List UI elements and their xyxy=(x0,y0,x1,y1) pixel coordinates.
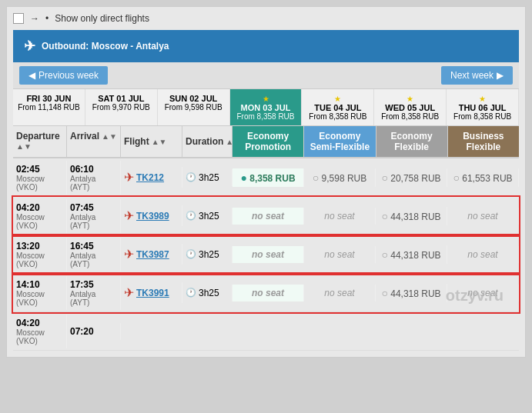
date-day: SAT 01 JUL xyxy=(87,94,156,103)
departure-sort-icon[interactable]: ▲▼ xyxy=(16,142,32,151)
cell-econ-promo: no seat xyxy=(233,285,304,301)
cell-econ-flex[interactable]: ○ 44,318 RUB xyxy=(376,245,447,264)
chevron-right-icon: ▶ xyxy=(497,70,504,81)
arrow-left-icon: → xyxy=(30,13,39,24)
econ-promo-price: 8,358 RUB xyxy=(249,173,295,184)
turkish-airlines-logo: ✈ xyxy=(124,285,134,300)
star-icon: ★ xyxy=(263,95,269,103)
cell-arrival: 06:10 Antalya (AYT) xyxy=(67,161,121,195)
cell-departure: 04:20 Moscow (VKO) xyxy=(13,199,67,233)
date-cell-2[interactable]: SUN 02 JULFrom 9,598 RUB xyxy=(158,89,230,125)
arr-time: 16:45 xyxy=(70,241,117,251)
date-price: From 8,358 RUB xyxy=(232,112,300,121)
cell-biz: no seat xyxy=(447,208,519,225)
partial-dep: 04:20 Moscow (VKO) xyxy=(13,315,67,348)
flight-sort-icon[interactable]: ▲▼ xyxy=(152,138,167,146)
flight-number-link[interactable]: TK212 xyxy=(136,172,164,183)
week-navigation: ◀ Previous week Next week ▶ xyxy=(13,62,519,89)
radio-biz[interactable]: ○ xyxy=(453,172,459,184)
top-bar: → • Show only direct flights xyxy=(13,13,519,24)
radio-econ-flex[interactable]: ○ xyxy=(381,210,387,222)
duration-col-header: Duration ▲▼ xyxy=(182,126,233,157)
dep-time: 04:20 xyxy=(16,202,63,213)
radio-econ-semi[interactable]: ○ xyxy=(313,172,319,184)
biz-col-label: Business Flexible xyxy=(463,131,504,152)
turkish-airlines-logo: ✈ xyxy=(124,170,134,185)
date-cell-5[interactable]: ★WED 05 JULFrom 8,358 RUB xyxy=(374,89,447,125)
cell-flight: ✈ TK212 xyxy=(121,167,182,188)
cell-econ-flex[interactable]: ○ 44,318 RUB xyxy=(376,207,447,225)
date-price: From 9,598 RUB xyxy=(159,103,228,112)
cell-econ-semi: no seat xyxy=(304,208,376,225)
cell-biz: no seat xyxy=(447,285,519,301)
chevron-left-icon: ◀ xyxy=(28,70,35,81)
date-price: From 11,148 RUB xyxy=(15,103,83,112)
date-cell-4[interactable]: ★TUE 04 JULFrom 8,358 RUB xyxy=(302,89,374,125)
arr-city: Antalya (AYT) xyxy=(70,175,117,192)
no-seat-label: no seat xyxy=(252,249,284,260)
arrival-col-label: Arrival xyxy=(70,131,99,142)
dep-city: Moscow (VKO) xyxy=(16,175,63,192)
radio-econ-promo[interactable]: ● xyxy=(240,172,246,184)
date-day: FRI 30 JUN xyxy=(15,94,83,103)
no-seat-label: no seat xyxy=(324,288,354,298)
direct-flights-checkbox[interactable] xyxy=(13,13,24,24)
radio-econ-flex[interactable]: ○ xyxy=(381,248,387,261)
cell-econ-semi: no seat xyxy=(304,285,376,301)
econ-promo-col-label: Economy Promotion xyxy=(245,131,291,152)
prev-week-button[interactable]: ◀ Previous week xyxy=(19,66,108,85)
arr-city: Antalya (AYT) xyxy=(70,290,117,307)
arrival-sort-icon[interactable]: ▲▼ xyxy=(102,132,117,141)
arr-time: 17:35 xyxy=(70,279,117,290)
flights-table: otzyv.ru 02:45 Moscow (VKO) 06:10 Antaly… xyxy=(13,158,519,351)
clock-icon: 🕐 xyxy=(186,249,196,259)
cell-departure: 14:10 Moscow (VKO) xyxy=(13,276,67,310)
dep-city: Moscow (VKO) xyxy=(16,251,63,268)
date-cell-0[interactable]: FRI 30 JUNFrom 11,148 RUB xyxy=(13,89,85,125)
table-row: 04:20 Moscow (VKO) 07:45 Antalya (AYT) ✈… xyxy=(13,197,519,235)
radio-econ-flex[interactable]: ○ xyxy=(381,172,387,184)
date-cell-3[interactable]: ★MON 03 JULFrom 8,358 RUB xyxy=(230,89,303,125)
cell-arrival: 17:35 Antalya (AYT) xyxy=(67,276,121,310)
turkish-airlines-logo: ✈ xyxy=(124,208,134,223)
duration-value: 3h25 xyxy=(199,288,219,298)
cell-arrival: 07:45 Antalya (AYT) xyxy=(67,199,121,233)
dep-time: 14:10 xyxy=(16,279,63,290)
prev-week-label: Previous week xyxy=(38,70,99,81)
star-icon: ★ xyxy=(479,95,486,103)
turkish-airlines-logo: ✈ xyxy=(124,247,134,261)
cell-biz: no seat xyxy=(447,246,519,263)
cell-biz[interactable]: ○ 61,553 RUB xyxy=(447,168,519,187)
econ-promo-col-header: Economy Promotion xyxy=(233,126,304,157)
next-week-button[interactable]: Next week ▶ xyxy=(441,66,513,85)
cell-econ-promo: no seat xyxy=(233,246,304,263)
plane-icon: ✈ xyxy=(24,38,35,55)
date-cell-1[interactable]: SAT 01 JULFrom 9,970 RUB xyxy=(85,89,158,125)
star-icon: ★ xyxy=(407,95,413,103)
route-title: Outbound: Moscow - Antalya xyxy=(42,41,169,52)
clock-icon: 🕐 xyxy=(186,172,196,182)
departure-col-label: Departure xyxy=(16,131,60,142)
no-seat-label: no seat xyxy=(324,249,354,260)
cell-econ-flex[interactable]: ○ 44,318 RUB xyxy=(376,284,447,302)
date-day: SUN 02 JUL xyxy=(159,94,228,103)
radio-econ-flex[interactable]: ○ xyxy=(381,287,387,299)
no-seat-label: no seat xyxy=(467,211,497,221)
flight-number-link[interactable]: TK3987 xyxy=(136,249,169,260)
cell-econ-flex[interactable]: ○ 20,758 RUB xyxy=(376,168,447,187)
cell-econ-semi: no seat xyxy=(304,246,376,263)
dep-city: Moscow (VKO) xyxy=(16,213,63,230)
flight-number-link[interactable]: TK3991 xyxy=(136,288,169,298)
flight-number-link[interactable]: TK3989 xyxy=(136,211,169,221)
cell-econ-semi[interactable]: ○ 9,598 RUB xyxy=(304,168,376,187)
cell-econ-promo[interactable]: ● 8,358 RUB xyxy=(233,168,304,187)
cell-duration: 🕐 3h25 xyxy=(182,285,233,301)
cell-departure: 02:45 Moscow (VKO) xyxy=(13,161,67,195)
date-price: From 8,358 RUB xyxy=(376,112,444,121)
cell-duration: 🕐 3h25 xyxy=(182,169,233,186)
arr-city: Antalya (AYT) xyxy=(70,251,117,268)
duration-value: 3h25 xyxy=(199,172,219,183)
date-cell-6[interactable]: ★THU 06 JULFrom 8,358 RUB xyxy=(447,89,519,125)
cell-duration: 🕐 3h25 xyxy=(182,208,233,225)
arr-city: Antalya (AYT) xyxy=(70,213,117,230)
